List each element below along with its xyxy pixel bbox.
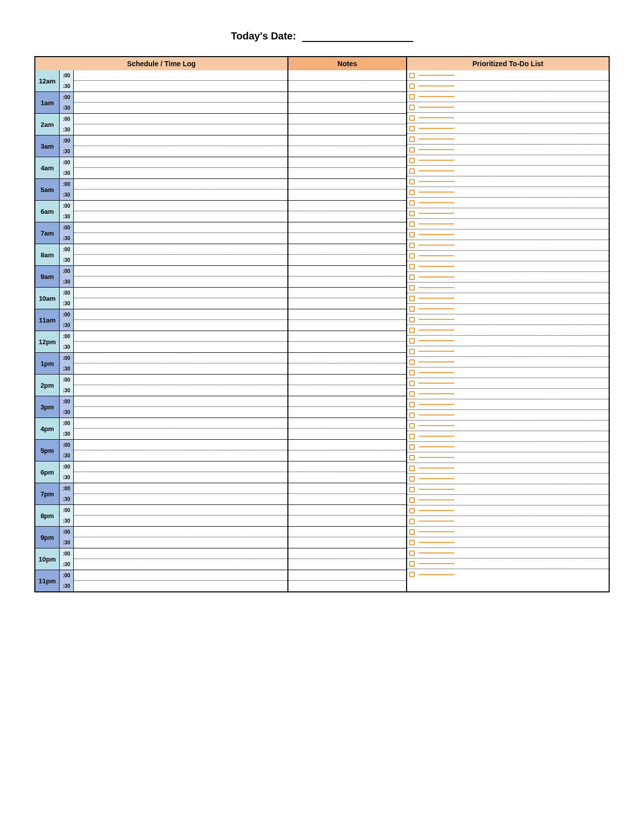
notes-cell[interactable] xyxy=(288,461,406,472)
notes-cell[interactable] xyxy=(288,201,406,211)
notes-cell[interactable] xyxy=(288,266,406,276)
checkbox-icon[interactable] xyxy=(409,190,415,195)
notes-cell[interactable] xyxy=(288,483,406,494)
notes-cell[interactable] xyxy=(288,135,406,146)
checkbox-icon[interactable] xyxy=(409,391,415,397)
todo-line[interactable] xyxy=(407,283,609,293)
todo-line[interactable] xyxy=(407,452,609,463)
notes-cell[interactable] xyxy=(288,407,406,418)
schedule-cell[interactable] xyxy=(74,179,287,190)
todo-line[interactable] xyxy=(407,219,609,229)
todo-line[interactable] xyxy=(407,325,609,336)
notes-cell[interactable] xyxy=(288,527,406,537)
schedule-cell[interactable] xyxy=(74,494,287,504)
notes-cell[interactable] xyxy=(288,298,406,309)
checkbox-icon[interactable] xyxy=(409,328,415,333)
todo-line[interactable] xyxy=(407,431,609,442)
checkbox-icon[interactable] xyxy=(409,200,415,206)
checkbox-icon[interactable] xyxy=(409,466,415,471)
schedule-cell[interactable] xyxy=(74,70,287,81)
checkbox-icon[interactable] xyxy=(409,243,415,248)
todo-line[interactable] xyxy=(407,81,609,91)
checkbox-icon[interactable] xyxy=(409,423,415,429)
notes-cell[interactable] xyxy=(288,114,406,124)
todo-line[interactable] xyxy=(407,410,609,421)
checkbox-icon[interactable] xyxy=(409,306,415,312)
schedule-cell[interactable] xyxy=(74,190,287,200)
notes-cell[interactable] xyxy=(288,429,406,439)
todo-line[interactable] xyxy=(407,378,609,389)
todo-line[interactable] xyxy=(407,389,609,399)
schedule-cell[interactable] xyxy=(74,418,287,429)
checkbox-icon[interactable] xyxy=(409,179,415,184)
schedule-cell[interactable] xyxy=(74,114,287,124)
schedule-cell[interactable] xyxy=(74,450,287,461)
todo-line[interactable] xyxy=(407,442,609,452)
checkbox-icon[interactable] xyxy=(409,455,415,460)
todo-line[interactable] xyxy=(407,314,609,325)
notes-cell[interactable] xyxy=(288,548,406,559)
schedule-cell[interactable] xyxy=(74,429,287,439)
todo-line[interactable] xyxy=(407,474,609,484)
schedule-cell[interactable] xyxy=(74,233,287,244)
schedule-cell[interactable] xyxy=(74,331,287,342)
todo-line[interactable] xyxy=(407,548,609,559)
schedule-cell[interactable] xyxy=(74,505,287,516)
schedule-cell[interactable] xyxy=(74,527,287,537)
schedule-cell[interactable] xyxy=(74,92,287,103)
notes-cell[interactable] xyxy=(288,146,406,157)
todo-line[interactable] xyxy=(407,145,609,155)
schedule-cell[interactable] xyxy=(74,396,287,407)
todo-line[interactable] xyxy=(407,304,609,314)
checkbox-icon[interactable] xyxy=(409,232,415,238)
checkbox-icon[interactable] xyxy=(409,476,415,482)
notes-cell[interactable] xyxy=(288,255,406,265)
schedule-cell[interactable] xyxy=(74,472,287,483)
todo-line[interactable] xyxy=(407,261,609,272)
notes-cell[interactable] xyxy=(288,516,406,526)
checkbox-icon[interactable] xyxy=(409,519,415,524)
notes-cell[interactable] xyxy=(288,581,406,591)
checkbox-icon[interactable] xyxy=(409,221,415,227)
checkbox-icon[interactable] xyxy=(409,73,415,78)
checkbox-icon[interactable] xyxy=(409,168,415,174)
schedule-cell[interactable] xyxy=(74,581,287,591)
checkbox-icon[interactable] xyxy=(409,147,415,153)
checkbox-icon[interactable] xyxy=(409,264,415,269)
notes-cell[interactable] xyxy=(288,418,406,429)
todo-line[interactable] xyxy=(407,559,609,569)
checkbox-icon[interactable] xyxy=(409,402,415,407)
schedule-cell[interactable] xyxy=(74,537,287,548)
checkbox-icon[interactable] xyxy=(409,444,415,450)
checkbox-icon[interactable] xyxy=(409,253,415,259)
notes-cell[interactable] xyxy=(288,211,406,222)
notes-cell[interactable] xyxy=(288,353,406,363)
todo-line[interactable] xyxy=(407,495,609,505)
todo-line[interactable] xyxy=(407,336,609,346)
schedule-cell[interactable] xyxy=(74,244,287,255)
checkbox-icon[interactable] xyxy=(409,561,415,567)
notes-cell[interactable] xyxy=(288,190,406,200)
todo-line[interactable] xyxy=(407,484,609,495)
todo-line[interactable] xyxy=(407,537,609,548)
notes-cell[interactable] xyxy=(288,385,406,396)
notes-cell[interactable] xyxy=(288,276,406,287)
notes-cell[interactable] xyxy=(288,363,406,374)
notes-cell[interactable] xyxy=(288,505,406,516)
schedule-cell[interactable] xyxy=(74,298,287,309)
notes-cell[interactable] xyxy=(288,103,406,113)
notes-cell[interactable] xyxy=(288,570,406,581)
todo-line[interactable] xyxy=(407,123,609,134)
notes-cell[interactable] xyxy=(288,288,406,298)
todo-line[interactable] xyxy=(407,208,609,219)
todo-line[interactable] xyxy=(407,505,609,516)
todo-line[interactable] xyxy=(407,229,609,240)
todo-line[interactable] xyxy=(407,166,609,176)
notes-cell[interactable] xyxy=(288,375,406,385)
date-blank-line[interactable] xyxy=(302,33,413,42)
todo-line[interactable] xyxy=(407,187,609,198)
notes-cell[interactable] xyxy=(288,440,406,450)
schedule-cell[interactable] xyxy=(74,385,287,396)
notes-cell[interactable] xyxy=(288,157,406,168)
checkbox-icon[interactable] xyxy=(409,497,415,503)
